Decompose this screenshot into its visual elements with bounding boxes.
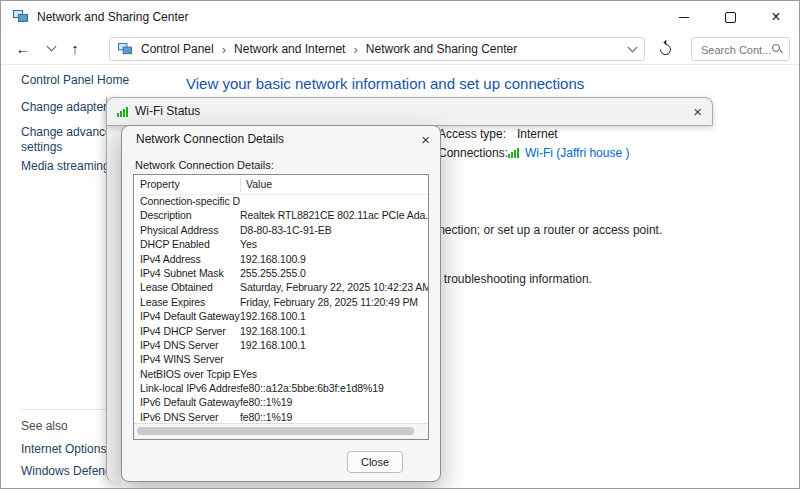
up-icon: ↑	[71, 40, 79, 57]
row-value	[240, 194, 428, 208]
table-row[interactable]: DHCP EnabledYes	[134, 237, 428, 251]
search-box[interactable]	[691, 37, 790, 61]
maximize-icon	[725, 12, 736, 23]
row-property: IPv4 Subnet Mask	[134, 266, 240, 280]
sidebar-item-control-panel-home[interactable]: Control Panel Home	[21, 73, 129, 87]
back-button[interactable]: ←	[11, 36, 35, 60]
listview-header[interactable]: Property Value	[134, 175, 428, 195]
wifi-status-close-button[interactable]: ×	[693, 98, 702, 125]
table-row[interactable]: Connection-specific DN...	[134, 194, 428, 208]
row-property: Physical Address	[134, 223, 240, 237]
access-type-value: Internet	[517, 127, 558, 141]
window-titlebar[interactable]: Network and Sharing Center ×	[1, 1, 799, 33]
maximize-button[interactable]	[707, 1, 753, 33]
close-button-label: Close	[361, 456, 389, 468]
back-icon: ←	[16, 40, 31, 57]
breadcrumb-network-and-internet[interactable]: Network and Internet	[234, 42, 345, 56]
row-value: Realtek RTL8821CE 802.11ac PCIe Ada...	[240, 208, 428, 222]
up-button[interactable]: ↑	[63, 36, 87, 60]
row-property: IPv4 DHCP Server	[134, 324, 240, 338]
row-value: 192.168.100.1	[240, 338, 428, 352]
table-row[interactable]: Lease ObtainedSaturday, February 22, 202…	[134, 280, 428, 294]
table-row[interactable]: Lease ExpiresFriday, February 28, 2025 1…	[134, 295, 428, 309]
details-list-label: Network Connection Details:	[135, 159, 274, 171]
chevron-down-icon	[46, 42, 56, 52]
refresh-icon	[657, 41, 673, 57]
breadcrumb-control-panel[interactable]: Control Panel	[141, 42, 214, 56]
minimize-button[interactable]	[661, 1, 707, 33]
table-row[interactable]: IPv4 WINS Server	[134, 352, 428, 366]
table-row[interactable]: IPv4 Address192.168.100.9	[134, 252, 428, 266]
table-row[interactable]: NetBIOS over Tcpip En...Yes	[134, 367, 428, 381]
breadcrumb-network-sharing-center[interactable]: Network and Sharing Center	[366, 42, 517, 56]
sidebar-item-internet-options[interactable]: Internet Options	[21, 442, 106, 456]
row-value	[240, 352, 428, 366]
details-listview: Property Value Connection-specific DN...…	[133, 174, 429, 440]
recent-locations-button[interactable]	[39, 36, 63, 60]
wifi-status-dialog-title: Wi-Fi Status	[135, 98, 200, 125]
row-property: IPv6 DNS Server	[134, 410, 240, 424]
table-row[interactable]: DescriptionRealtek RTL8821CE 802.11ac PC…	[134, 208, 428, 222]
row-value: Friday, February 28, 2025 11:20:49 PM	[240, 295, 428, 309]
addressbar-dropdown-icon[interactable]	[628, 43, 638, 53]
window-title: Network and Sharing Center	[37, 1, 188, 33]
row-value: Yes	[240, 367, 428, 381]
connections-label: Connections:	[438, 146, 508, 160]
search-icon	[772, 44, 780, 52]
row-value: 192.168.100.1	[240, 309, 428, 323]
table-row[interactable]: IPv4 Default Gateway192.168.100.1	[134, 309, 428, 323]
table-row[interactable]: IPv6 Default Gatewayfe80::1%19	[134, 395, 428, 409]
close-button[interactable]: ×	[753, 1, 799, 33]
table-row[interactable]: IPv4 DNS Server192.168.100.1	[134, 338, 428, 352]
table-row[interactable]: Physical AddressD8-80-83-1C-91-EB	[134, 223, 428, 237]
row-value: 255.255.255.0	[240, 266, 428, 280]
wifi-status-dialog[interactable]: Wi-Fi Status ×	[106, 97, 713, 126]
details-close-x-button[interactable]: ×	[421, 126, 430, 153]
column-divider[interactable]	[240, 177, 241, 192]
row-property: IPv4 DNS Server	[134, 338, 240, 352]
page-title: View your basic network information and …	[186, 75, 584, 92]
refresh-button[interactable]	[653, 38, 677, 60]
scrollbar-thumb[interactable]	[137, 427, 414, 435]
wifi-signal-icon	[508, 148, 519, 158]
row-value: 192.168.100.9	[240, 252, 428, 266]
details-dialog-titlebar[interactable]: Network Connection Details ×	[122, 126, 440, 153]
breadcrumb-separator-icon: ›	[222, 42, 226, 57]
row-property: Lease Obtained	[134, 280, 240, 294]
breadcrumb[interactable]: Control Panel › Network and Internet › N…	[109, 37, 645, 61]
details-close-button[interactable]: Close	[347, 451, 403, 473]
row-property: Connection-specific DN...	[134, 194, 240, 208]
network-sharing-center-window: Network and Sharing Center × ← ↑ Control…	[0, 0, 800, 489]
table-row[interactable]: Link-local IPv6 Addressfe80::a12a:5bbe:6…	[134, 381, 428, 395]
column-header-value[interactable]: Value	[246, 175, 272, 194]
table-row[interactable]: IPv4 Subnet Mask255.255.255.0	[134, 266, 428, 280]
wifi-connection-link[interactable]: Wi-Fi (Jaffri house )	[525, 146, 629, 160]
close-icon: ×	[771, 9, 780, 25]
column-header-property[interactable]: Property	[140, 175, 180, 194]
row-property: Lease Expires	[134, 295, 240, 309]
close-icon: ×	[421, 131, 430, 148]
details-table-body: Connection-specific DN...DescriptionReal…	[134, 194, 428, 424]
table-row[interactable]: IPv6 DNS Serverfe80::1%19	[134, 410, 428, 424]
row-property: IPv6 Default Gateway	[134, 395, 240, 409]
network-connection-details-dialog: Network Connection Details × Network Con…	[121, 125, 441, 482]
row-value: fe80::1%19	[240, 410, 428, 424]
row-value: Saturday, February 22, 2025 10:42:23 AM	[240, 280, 428, 294]
row-property: IPv4 WINS Server	[134, 352, 240, 366]
breadcrumb-separator-icon: ›	[353, 42, 357, 57]
close-icon: ×	[693, 103, 702, 120]
network-app-icon	[13, 9, 29, 24]
row-property: IPv4 Default Gateway	[134, 309, 240, 323]
horizontal-scrollbar[interactable]	[134, 423, 428, 439]
row-value: D8-80-83-1C-91-EB	[240, 223, 428, 237]
minimize-icon	[679, 17, 689, 18]
table-row[interactable]: IPv4 DHCP Server192.168.100.1	[134, 324, 428, 338]
row-property: IPv4 Address	[134, 252, 240, 266]
control-panel-icon	[118, 42, 133, 56]
search-input[interactable]	[699, 40, 773, 60]
details-dialog-title: Network Connection Details	[136, 126, 284, 153]
row-value: 192.168.100.1	[240, 324, 428, 338]
row-property: Description	[134, 208, 240, 222]
row-value: fe80::a12a:5bbe:6b3f:e1d8%19	[240, 381, 428, 395]
row-value: fe80::1%19	[240, 395, 428, 409]
